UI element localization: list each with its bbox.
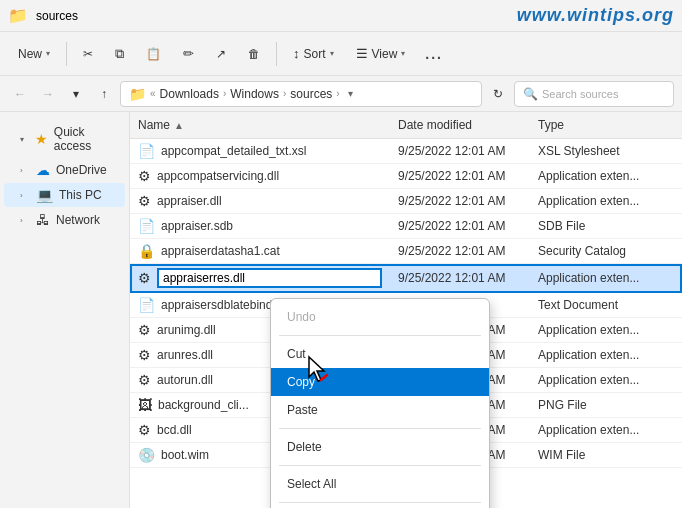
context-select-all[interactable]: Select All xyxy=(271,470,489,498)
file-date-cell: 9/25/2022 12:01 AM xyxy=(390,264,530,292)
up-button[interactable]: ↑ xyxy=(92,82,116,106)
search-icon: 🔍 xyxy=(523,87,538,101)
breadcrumb-sep-1: › xyxy=(223,88,226,99)
context-sep-1 xyxy=(279,335,481,336)
col-date[interactable]: Date modified xyxy=(390,112,530,138)
context-sep-4 xyxy=(279,502,481,503)
table-row[interactable]: 📄appcompat_detailed_txt.xsl9/25/2022 12:… xyxy=(130,139,682,164)
file-type-cell: Application exten... xyxy=(530,343,680,367)
this-pc-label: This PC xyxy=(59,188,102,202)
file-type-cell: PNG File xyxy=(530,393,680,417)
col-type-label: Type xyxy=(538,118,564,132)
copy-icon: ⧉ xyxy=(115,46,124,62)
this-pc-expand: › xyxy=(20,191,30,200)
table-row[interactable]: 📄appraiser.sdb9/25/2022 12:01 AMSDB File… xyxy=(130,214,682,239)
rename-button[interactable]: ✏ xyxy=(173,40,204,67)
breadcrumb-part-2: sources xyxy=(290,87,332,101)
context-delete[interactable]: Delete xyxy=(271,433,489,461)
toolbar-separator-2 xyxy=(276,42,277,66)
cut-button[interactable]: ✂ xyxy=(73,41,103,67)
file-date-cell: 9/25/2022 12:01 AM xyxy=(390,164,530,188)
recent-button[interactable]: ▾ xyxy=(64,82,88,106)
delete-icon: 🗑 xyxy=(248,47,260,61)
table-row[interactable]: ⚙9/25/2022 12:01 AMApplication exten...1… xyxy=(130,264,682,293)
file-type-cell: Application exten... xyxy=(530,318,680,342)
sort-button[interactable]: ↕ Sort ▾ xyxy=(283,40,344,67)
back-button[interactable]: ← xyxy=(8,82,32,106)
file-name-cell: ⚙appcompatservicing.dll xyxy=(130,164,390,188)
share-button[interactable]: ↗ xyxy=(206,41,236,67)
delete-label: Delete xyxy=(287,440,322,454)
file-name-text: appraiser.dll xyxy=(157,194,222,208)
rename-icon: ✏ xyxy=(183,46,194,61)
file-type-icon: ⚙ xyxy=(138,372,151,388)
view-icon: ☰ xyxy=(356,46,368,61)
context-copy[interactable]: Copy xyxy=(271,368,489,396)
file-date-cell: 9/25/2022 12:01 AM xyxy=(390,139,530,163)
quick-access-icon: ★ xyxy=(35,131,48,147)
file-name-text: appraiserdatasha1.cat xyxy=(161,244,280,258)
paste-label: Paste xyxy=(287,403,318,417)
file-type-icon: 📄 xyxy=(138,218,155,234)
cut-label: Cut xyxy=(287,347,306,361)
copy-button[interactable]: ⧉ xyxy=(105,40,134,68)
file-type-cell: Application exten... xyxy=(530,164,680,188)
new-button[interactable]: New ▾ xyxy=(8,41,60,67)
file-name-text: appraiser.sdb xyxy=(161,219,233,233)
file-name-text: arunimg.dll xyxy=(157,323,216,337)
delete-button[interactable]: 🗑 xyxy=(238,41,270,67)
file-type-icon: ⚙ xyxy=(138,193,151,209)
table-row[interactable]: 🔒appraiserdatasha1.cat9/25/2022 12:01 AM… xyxy=(130,239,682,264)
file-type-icon: ⚙ xyxy=(138,347,151,363)
search-box[interactable]: 🔍 Search sources xyxy=(514,81,674,107)
file-type-icon: 💿 xyxy=(138,447,155,463)
sidebar-item-network[interactable]: › 🖧 Network xyxy=(4,208,125,232)
table-row[interactable]: ⚙appcompatservicing.dll9/25/2022 12:01 A… xyxy=(130,164,682,189)
file-type-icon: 🔒 xyxy=(138,243,155,259)
context-undo[interactable]: Undo xyxy=(271,303,489,331)
file-type-cell: Application exten... xyxy=(530,189,680,213)
breadcrumb-expand[interactable]: ▾ xyxy=(348,88,353,99)
address-bar: ← → ▾ ↑ 📁 « Downloads › Windows › source… xyxy=(0,76,682,112)
new-label: New xyxy=(18,47,42,61)
name-sort-arrow: ▲ xyxy=(174,120,184,131)
col-name-label: Name xyxy=(138,118,170,132)
sidebar-item-this-pc[interactable]: › 💻 This PC xyxy=(4,183,125,207)
paste-button[interactable]: 📋 xyxy=(136,41,171,67)
undo-label: Undo xyxy=(287,310,316,324)
search-placeholder: Search sources xyxy=(542,88,618,100)
col-name[interactable]: Name ▲ xyxy=(130,112,390,138)
file-type-cell: WIM File xyxy=(530,443,680,467)
context-cut[interactable]: Cut xyxy=(271,340,489,368)
sidebar-item-quick-access[interactable]: ▾ ★ Quick access xyxy=(4,121,125,157)
title-text: sources xyxy=(36,9,78,23)
file-type-cell: Security Catalog xyxy=(530,239,680,263)
breadcrumb[interactable]: 📁 « Downloads › Windows › sources › ▾ xyxy=(120,81,482,107)
share-icon: ↗ xyxy=(216,47,226,61)
toolbar: New ▾ ✂ ⧉ 📋 ✏ ↗ 🗑 ↕ Sort ▾ ☰ View ▾ ... xyxy=(0,32,682,76)
file-date-cell: 9/25/2022 12:01 AM xyxy=(390,214,530,238)
folder-icon: 📁 xyxy=(129,86,146,102)
table-row[interactable]: ⚙appraiser.dll9/25/2022 12:01 AMApplicat… xyxy=(130,189,682,214)
file-name-cell: 📄appraiser.sdb xyxy=(130,214,390,238)
file-type-icon: 🖼 xyxy=(138,397,152,413)
col-type[interactable]: Type xyxy=(530,112,680,138)
onedrive-label: OneDrive xyxy=(56,163,107,177)
file-name-input[interactable] xyxy=(157,268,382,288)
file-name-cell: ⚙appraiser.dll xyxy=(130,189,390,213)
title-icon: 📁 xyxy=(8,6,28,25)
this-pc-icon: 💻 xyxy=(36,187,53,203)
view-button[interactable]: ☰ View ▾ xyxy=(346,40,416,67)
sort-chevron: ▾ xyxy=(330,49,334,58)
refresh-button[interactable]: ↻ xyxy=(486,82,510,106)
watermark: www.wintips.org xyxy=(517,5,674,26)
context-menu: Undo Cut Copy Paste Delete Select All Ri… xyxy=(270,298,490,508)
more-button[interactable]: ... xyxy=(417,40,451,68)
context-paste[interactable]: Paste xyxy=(271,396,489,424)
file-type-icon: ⚙ xyxy=(138,322,151,338)
forward-button[interactable]: → xyxy=(36,82,60,106)
sidebar-item-onedrive[interactable]: › ☁ OneDrive xyxy=(4,158,125,182)
file-type-icon: ⚙ xyxy=(138,270,151,286)
breadcrumb-sep-3: › xyxy=(336,88,339,99)
network-icon: 🖧 xyxy=(36,212,50,228)
